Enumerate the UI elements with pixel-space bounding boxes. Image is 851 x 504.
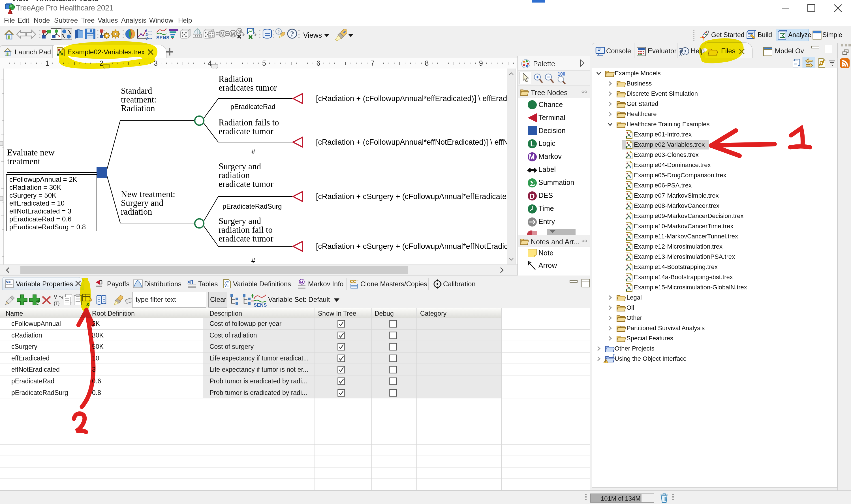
svg-text:[cRadiation + (cFollowupAnnual: [cRadiation + (cFollowupAnnual*effEradic…	[316, 94, 507, 103]
svg-text:Surgery and: Surgery and	[219, 161, 261, 171]
svg-text:[cRadiation + cSurgery + (cFol: [cRadiation + cSurgery + (cFollowupAnnua…	[316, 242, 507, 251]
svg-text:eradicate tumor: eradicate tumor	[219, 179, 273, 189]
svg-text:3: 3	[154, 59, 158, 67]
svg-text:?: ?	[36, 299, 40, 306]
svg-text:7: 7	[370, 59, 375, 67]
svg-text:L: L	[530, 140, 535, 148]
svg-text:X[]: X[]	[187, 280, 193, 284]
svg-text:pEradicateRad: pEradicateRad	[231, 103, 275, 110]
svg-text:?: ?	[684, 49, 687, 55]
svg-text:[cRadiation + cSurgery + (cFol: [cRadiation + cSurgery + (cFollowupAnnua…	[316, 192, 507, 201]
svg-text:M: M	[529, 153, 535, 161]
svg-text:M: M	[231, 32, 235, 37]
svg-text:6: 6	[316, 59, 321, 67]
svg-text:?: ?	[290, 30, 294, 38]
svg-text:?: ?	[277, 29, 280, 35]
svg-text:pEradicateRadSurg = 0.8: pEradicateRadSurg = 0.8	[10, 223, 86, 231]
svg-text:V=: V=	[224, 284, 229, 288]
svg-text:8: 8	[425, 59, 429, 67]
svg-text:cFollowupAnnual = 2K: cFollowupAnnual = 2K	[10, 176, 77, 183]
svg-text:radiation fail to: radiation fail to	[219, 225, 273, 235]
svg-text:M: M	[220, 32, 224, 37]
svg-text:Σ: Σ	[530, 179, 535, 187]
svg-text:eradicates tumor: eradicates tumor	[219, 83, 277, 93]
svg-text:M: M	[300, 280, 303, 284]
svg-text:100: 100	[558, 72, 565, 76]
svg-text:New treatment:: New treatment:	[121, 189, 175, 199]
svg-text:cSurgery = 50K: cSurgery = 50K	[10, 192, 56, 199]
svg-text:Surgery and: Surgery and	[121, 198, 164, 208]
svg-text:1: 1	[45, 59, 49, 67]
svg-text:D: D	[529, 192, 535, 200]
svg-text:2: 2	[99, 59, 104, 67]
svg-text:Radiation: Radiation	[121, 103, 155, 113]
svg-text:pEradicateRadSurg: pEradicateRadSurg	[222, 202, 282, 210]
svg-text:x: x	[86, 301, 90, 307]
svg-text:V: V	[54, 294, 57, 300]
svg-text:3---: 3---	[146, 36, 152, 40]
svg-text:!: !	[605, 360, 606, 363]
svg-text:eradicate tumor: eradicate tumor	[219, 234, 273, 244]
svg-text:effNotEradicated = 3: effNotEradicated = 3	[10, 207, 71, 215]
svg-text:#: #	[251, 257, 255, 265]
svg-text:M: M	[237, 29, 241, 33]
svg-text:Evaluate new: Evaluate new	[7, 147, 55, 158]
svg-text:[cRadiation + (cFollowupAnnual: [cRadiation + (cFollowupAnnual*effNotEra…	[316, 138, 507, 146]
svg-text:V=: V=	[6, 280, 11, 284]
svg-text:{T}: {T}	[54, 301, 60, 306]
svg-text:Surgery and: Surgery and	[219, 216, 261, 226]
svg-text:radiation: radiation	[219, 170, 250, 180]
svg-text:#: #	[251, 148, 255, 156]
svg-text:effEradicated = 10: effEradicated = 10	[10, 199, 65, 207]
svg-text:5: 5	[262, 59, 266, 67]
svg-text:CC=: CC=	[350, 279, 359, 284]
svg-text:radiation: radiation	[121, 207, 152, 217]
svg-text:Radiation: Radiation	[219, 74, 253, 84]
svg-text:4: 4	[208, 59, 212, 67]
svg-text:SENS: SENS	[254, 302, 267, 307]
svg-text:Standard: Standard	[121, 86, 152, 96]
svg-text:Radiation fails to: Radiation fails to	[219, 118, 279, 127]
svg-text:treatment: treatment	[7, 156, 40, 166]
svg-text:pEradicateRad = 0.6: pEradicateRad = 0.6	[10, 215, 71, 223]
svg-text:eradicate tumor: eradicate tumor	[219, 126, 273, 136]
svg-text:9: 9	[479, 59, 483, 67]
svg-text:cRadiation = 30K: cRadiation = 30K	[10, 183, 61, 191]
svg-text:SENS: SENS	[156, 35, 169, 40]
svg-text:treatment:: treatment:	[121, 94, 157, 105]
